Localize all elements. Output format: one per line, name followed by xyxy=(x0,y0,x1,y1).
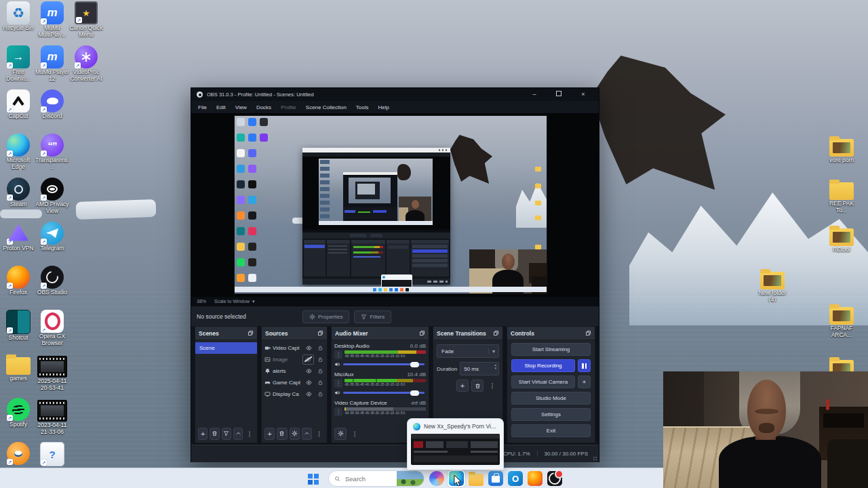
desktop-icon[interactable]: ↗ vore porn xyxy=(822,136,861,164)
add-transition-button[interactable]: + xyxy=(456,380,469,392)
menu-item[interactable]: View xyxy=(231,104,252,110)
popout-icon[interactable] xyxy=(248,330,254,336)
scene-item[interactable]: Scene xyxy=(195,342,257,354)
desktop-icon[interactable]: ↗ Firefox xyxy=(1,266,35,310)
desktop-icon[interactable]: ↗ MuMu MultiPlay... xyxy=(35,1,69,45)
taskbar-search[interactable] xyxy=(328,470,425,487)
lock-toggle[interactable] xyxy=(316,367,324,375)
source-properties-button[interactable] xyxy=(290,428,300,440)
visibility-toggle[interactable] xyxy=(304,344,314,352)
speaker-icon[interactable] xyxy=(334,361,340,367)
menu-item[interactable]: File xyxy=(193,104,212,110)
volume-slider-knob[interactable] xyxy=(410,362,419,367)
remove-transition-button[interactable] xyxy=(471,380,484,392)
add-source-button[interactable]: + xyxy=(264,428,275,440)
remove-source-button[interactable] xyxy=(277,428,287,440)
desktop-icon[interactable]: ↗ New folder (4) xyxy=(753,268,792,303)
desktop-icon[interactable]: ↗ 2025-04-11 20-53-41 xyxy=(35,354,69,398)
desktop-icon[interactable]: ↗ games xyxy=(1,354,35,398)
desktop-icon[interactable]: ↗ OBS Studio xyxy=(35,266,69,310)
taskbar-icon-store[interactable] xyxy=(487,470,505,487)
popout-icon[interactable] xyxy=(317,330,323,336)
menu-item[interactable]: Docks xyxy=(252,104,276,110)
advanced-audio-button[interactable] xyxy=(334,428,347,440)
speaker-icon[interactable] xyxy=(334,390,340,396)
channel-menu-button[interactable]: ⋮ xyxy=(334,379,342,388)
desktop-icon[interactable]: ↗ REE PAK To... xyxy=(822,179,861,214)
lock-toggle[interactable] xyxy=(316,344,324,352)
move-source-up-button[interactable] xyxy=(302,428,312,440)
desktop-icon[interactable]: ↗ Canon Quick Menu xyxy=(69,1,103,45)
desktop-icon[interactable]: ↗ FAPNAF ARCA... xyxy=(822,304,861,338)
taskbar-icon-copilot[interactable] xyxy=(428,470,446,487)
source-item[interactable]: alerts xyxy=(262,365,327,377)
menu-item[interactable]: Scene Collection xyxy=(301,104,351,110)
desktop-icon[interactable]: ↗ Transparenti... xyxy=(35,134,69,178)
channel-menu-button[interactable]: ⋮ xyxy=(334,407,342,416)
duration-spinner[interactable]: 50 ms▴▾ xyxy=(460,362,499,375)
volume-slider[interactable] xyxy=(343,363,425,365)
desktop-icon[interactable]: ↗ Recycle Bin xyxy=(1,1,35,45)
taskbar-icon-obs[interactable] xyxy=(546,470,564,487)
exit-button[interactable]: Exit xyxy=(511,424,591,437)
popup-thumbnail[interactable] xyxy=(411,434,500,465)
close-button[interactable]: × xyxy=(573,88,593,101)
start-streaming-button[interactable]: Start Streaming xyxy=(511,343,591,356)
add-scene-button[interactable]: + xyxy=(198,428,208,440)
volume-slider[interactable] xyxy=(343,392,425,394)
menu-item[interactable]: Tools xyxy=(351,104,374,110)
desktop-icon[interactable]: ↗ Shotcut xyxy=(1,310,35,354)
remove-scene-button[interactable] xyxy=(210,428,219,440)
sources-menu-button[interactable]: ⋮ xyxy=(314,428,324,440)
resize-grip[interactable] xyxy=(593,456,597,461)
visibility-toggle[interactable] xyxy=(302,354,314,365)
taskbar-icon-firefox[interactable] xyxy=(526,470,544,487)
taskbar-icon-file-explorer[interactable] xyxy=(467,470,485,487)
virtual-camera-config-button[interactable] xyxy=(578,375,591,388)
search-input[interactable] xyxy=(344,474,386,483)
lock-toggle[interactable] xyxy=(316,355,324,364)
desktop-icon[interactable]: ↗ Steam xyxy=(1,178,35,222)
popout-icon[interactable] xyxy=(585,330,591,336)
desktop-icon[interactable]: ↗ Spotify xyxy=(1,398,35,442)
channel-menu-button[interactable]: ⋮ xyxy=(334,350,342,359)
scene-filters-button[interactable] xyxy=(222,428,231,440)
move-scene-up-button[interactable] xyxy=(233,428,243,440)
visibility-toggle[interactable] xyxy=(304,367,314,375)
desktop-icon[interactable]: ↗ Free Downlo... xyxy=(1,45,35,89)
stop-recording-button[interactable]: Stop Recording xyxy=(511,359,575,372)
transition-select[interactable]: Fade▾ xyxy=(437,344,499,358)
desktop-icon[interactable]: ↗ Opera GX Browser xyxy=(35,310,69,354)
source-item[interactable]: Video Capt xyxy=(262,342,327,354)
popout-icon[interactable] xyxy=(493,330,499,336)
spinner-arrows-icon[interactable]: ▴▾ xyxy=(494,363,496,369)
desktop-icon[interactable]: ↗ Telegram xyxy=(35,222,69,266)
popout-icon[interactable] xyxy=(419,330,425,336)
desktop-icon[interactable]: ↗ REtool xyxy=(822,225,861,253)
pause-recording-button[interactable] xyxy=(578,359,591,372)
start-virtual-camera-button[interactable]: Start Virtual Camera xyxy=(511,375,575,388)
desktop-icon[interactable]: ↗ Discord xyxy=(35,89,69,134)
maximize-button[interactable] xyxy=(549,88,569,101)
menu-item[interactable]: Profile xyxy=(276,104,301,110)
obs-preview-canvas[interactable] xyxy=(235,116,547,293)
desktop-icon[interactable]: ↗ Proton VPN xyxy=(1,222,35,266)
studio-mode-button[interactable]: Studio Mode xyxy=(511,392,591,405)
minimize-button[interactable]: – xyxy=(524,88,545,101)
volume-slider-knob[interactable] xyxy=(410,390,419,396)
search-highlight-image[interactable] xyxy=(397,470,424,487)
transitions-menu-button[interactable]: ⋮ xyxy=(486,380,498,392)
source-item[interactable]: Image xyxy=(262,354,327,365)
start-button[interactable] xyxy=(307,470,324,487)
source-item[interactable]: Game Capt xyxy=(262,377,327,388)
taskbar-thumbnail-popup[interactable]: New Xx_Speedy's Porn Vid... xyxy=(407,418,504,470)
lock-toggle[interactable] xyxy=(316,390,324,399)
desktop-icon[interactable]: ↗ MuMu Player 12 xyxy=(35,45,69,89)
desktop-icon[interactable]: ↗ VideoProc Converter AI xyxy=(69,45,103,89)
filters-button[interactable]: Filters xyxy=(354,310,391,323)
source-item[interactable]: Display Ca xyxy=(262,388,327,400)
desktop-icon[interactable]: ↗ Microsoft Edge xyxy=(1,134,35,178)
desktop-icon[interactable]: ↗ CapCut xyxy=(1,89,35,134)
properties-button[interactable]: Properties xyxy=(302,310,349,323)
menu-item[interactable]: Help xyxy=(374,104,394,110)
